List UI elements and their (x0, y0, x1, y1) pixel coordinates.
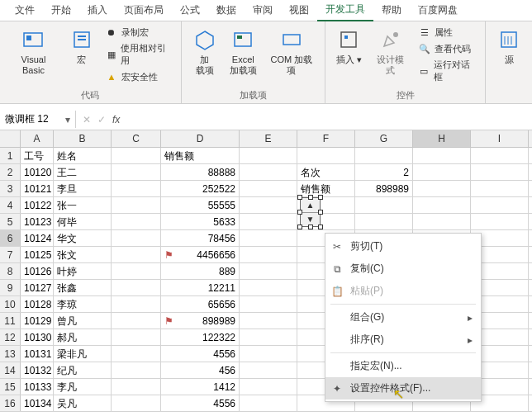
row-header-16[interactable]: 16 (0, 395, 21, 411)
menu-copy[interactable]: ⧉复制(C) (325, 258, 481, 280)
col-header-C[interactable]: C (112, 130, 161, 147)
tab-插入[interactable]: 插入 (79, 0, 116, 21)
menu-assign-macro[interactable]: 指定宏(N)... (325, 355, 481, 377)
cell-E16[interactable] (240, 395, 297, 411)
cell-B3[interactable]: 李旦 (54, 181, 112, 196)
cell-D9[interactable]: 12211 (161, 280, 240, 295)
cell-B13[interactable]: 梁非凡 (54, 346, 112, 362)
cell-G3[interactable]: 898989 (355, 181, 413, 196)
cell-B8[interactable]: 叶婷 (54, 263, 112, 279)
record-macro-button[interactable]: ⏺录制宏 (103, 25, 174, 40)
cell-G4[interactable] (355, 197, 413, 213)
handle-sw[interactable] (297, 225, 302, 229)
cell-E5[interactable] (240, 214, 297, 229)
cell-A6[interactable]: 10124 (21, 230, 54, 246)
cell-E8[interactable] (240, 263, 297, 279)
cell-A14[interactable]: 10132 (21, 362, 54, 378)
col-header-E[interactable]: E (240, 130, 297, 147)
row-header-3[interactable]: 3 (0, 181, 21, 196)
row-header-11[interactable]: 11 (0, 313, 21, 329)
cell-C15[interactable] (112, 379, 161, 395)
cell-C12[interactable] (112, 329, 161, 345)
cell-D6[interactable]: 78456 (161, 230, 240, 246)
menu-cut[interactable]: ✂剪切(T) (325, 235, 481, 258)
tab-帮助[interactable]: 帮助 (373, 0, 410, 21)
cell-F2[interactable]: 名次 (297, 164, 355, 180)
cell-D2[interactable]: 88888 (161, 164, 240, 180)
addins-button[interactable]: 加 载项 (188, 25, 221, 78)
cell-B14[interactable]: 纪凡 (54, 362, 112, 378)
row-header-13[interactable]: 13 (0, 346, 21, 362)
cell-D15[interactable]: 1412 (161, 379, 240, 395)
spin-up-icon[interactable]: ▲ (301, 198, 320, 213)
cell-C9[interactable] (112, 280, 161, 295)
cell-C3[interactable] (112, 181, 161, 196)
cell-I2[interactable] (471, 164, 529, 180)
cell-B7[interactable]: 张文 (54, 247, 112, 262)
enter-icon[interactable]: ✓ (97, 114, 106, 125)
row-header-9[interactable]: 9 (0, 280, 21, 295)
cell-B12[interactable]: 郝凡 (54, 329, 112, 345)
cell-H2[interactable] (413, 164, 471, 180)
row-header-1[interactable]: 1 (0, 148, 21, 163)
cell-C1[interactable] (112, 148, 161, 163)
cell-E13[interactable] (240, 346, 297, 362)
fx-icon[interactable]: fx (112, 114, 120, 125)
cell-H1[interactable] (413, 148, 471, 163)
cell-E11[interactable] (240, 313, 297, 329)
cell-E7[interactable] (240, 247, 297, 262)
cell-E1[interactable] (240, 148, 297, 163)
handle-n[interactable] (308, 195, 313, 200)
cell-E9[interactable] (240, 280, 297, 295)
tab-页面布局[interactable]: 页面布局 (116, 0, 172, 21)
row-header-5[interactable]: 5 (0, 214, 21, 229)
cell-D1[interactable]: 销售额 (161, 148, 240, 163)
cell-B11[interactable]: 曾凡 (54, 313, 112, 329)
cell-E2[interactable] (240, 164, 297, 180)
cell-A7[interactable]: 10125 (21, 247, 54, 262)
cell-C11[interactable] (112, 313, 161, 329)
cell-D3[interactable]: 252522 (161, 181, 240, 196)
cell-A12[interactable]: 10130 (21, 329, 54, 345)
tab-审阅[interactable]: 审阅 (245, 0, 281, 21)
name-box[interactable]: 微调框 12 ▾ (0, 111, 76, 128)
properties-button[interactable]: ☰属性 (416, 25, 478, 40)
cell-A9[interactable]: 10127 (21, 280, 54, 295)
cell-D5[interactable]: 5633 (161, 214, 240, 229)
cell-I1[interactable] (471, 148, 529, 163)
cell-I3[interactable] (471, 181, 529, 196)
cell-H5[interactable] (413, 214, 471, 229)
macro-security-button[interactable]: ▲宏安全性 (103, 69, 174, 84)
col-header-D[interactable]: D (161, 130, 240, 147)
cell-B1[interactable]: 姓名 (54, 148, 112, 163)
row-header-7[interactable]: 7 (0, 247, 21, 262)
cancel-icon[interactable]: ✕ (83, 114, 91, 125)
cell-D11[interactable]: ⚑898989 (161, 313, 240, 329)
col-header-I[interactable]: I (471, 130, 529, 147)
cell-H4[interactable] (413, 197, 471, 213)
cell-C5[interactable] (112, 214, 161, 229)
row-header-10[interactable]: 10 (0, 296, 21, 312)
menu-format-control[interactable]: ✦设置控件格式(F)... (325, 377, 481, 399)
menu-order[interactable]: 排序(R)▸ (325, 329, 481, 351)
cell-C8[interactable] (112, 263, 161, 279)
menu-group[interactable]: 组合(G)▸ (325, 306, 481, 329)
cell-B15[interactable]: 李凡 (54, 379, 112, 395)
cell-G2[interactable]: 2 (355, 164, 413, 180)
cell-C7[interactable] (112, 247, 161, 262)
row-header-8[interactable]: 8 (0, 263, 21, 279)
cell-E15[interactable] (240, 379, 297, 395)
row-header-15[interactable]: 15 (0, 379, 21, 395)
cell-I4[interactable] (471, 197, 529, 213)
cell-H3[interactable] (413, 181, 471, 196)
handle-e[interactable] (318, 210, 323, 215)
cell-D14[interactable]: 456 (161, 362, 240, 378)
cell-B10[interactable]: 李琼 (54, 296, 112, 312)
cell-A5[interactable]: 10123 (21, 214, 54, 229)
com-addins-button[interactable]: COM 加载项 (265, 25, 318, 78)
cell-B6[interactable]: 华文 (54, 230, 112, 246)
cell-F3[interactable]: 销售额 (297, 181, 355, 196)
cell-C2[interactable] (112, 164, 161, 180)
cell-B2[interactable]: 王二 (54, 164, 112, 180)
cell-C10[interactable] (112, 296, 161, 312)
